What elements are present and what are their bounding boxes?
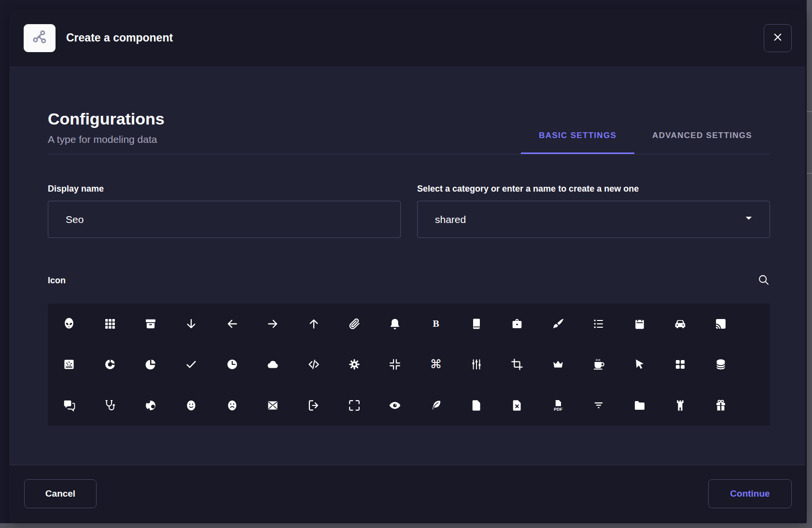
dashboard-icon[interactable] bbox=[660, 344, 700, 385]
close-icon bbox=[771, 31, 784, 45]
icon-search-button[interactable] bbox=[757, 274, 770, 287]
expand-icon[interactable] bbox=[334, 385, 375, 426]
apps-icon[interactable] bbox=[89, 304, 130, 344]
folder-icon[interactable] bbox=[619, 385, 659, 426]
bold-icon[interactable]: B bbox=[416, 304, 456, 344]
category-selected-value: shared bbox=[435, 214, 466, 225]
section-title: Configurations bbox=[48, 109, 165, 129]
file-error-icon[interactable] bbox=[497, 385, 537, 426]
modal-title: Create a component bbox=[66, 31, 173, 44]
cast-icon[interactable] bbox=[700, 304, 741, 344]
page-scrollbar-divider bbox=[807, 111, 812, 112]
chart-pie-icon[interactable] bbox=[130, 344, 171, 385]
icon-picker-head: Icon bbox=[48, 274, 770, 287]
display-name-input[interactable] bbox=[48, 201, 401, 238]
file-pdf-icon[interactable]: PDF bbox=[538, 385, 578, 426]
svg-text:B: B bbox=[433, 319, 439, 329]
section-head: Configurations A type for modeling data … bbox=[48, 109, 770, 154]
component-icon bbox=[30, 28, 49, 49]
settings-tabs: BASIC SETTINGS ADVANCED SETTINGS bbox=[521, 131, 770, 154]
tab-advanced-settings[interactable]: ADVANCED SETTINGS bbox=[634, 131, 770, 154]
cup-icon[interactable] bbox=[578, 344, 619, 385]
emotion-happy-icon[interactable] bbox=[171, 385, 211, 426]
modal-footer: Cancel Continue bbox=[9, 465, 805, 522]
bell-icon[interactable] bbox=[375, 304, 415, 344]
check-icon[interactable] bbox=[171, 344, 211, 385]
brush-icon[interactable] bbox=[538, 304, 578, 344]
chart-circle-icon[interactable] bbox=[89, 344, 130, 385]
envelop-icon[interactable] bbox=[252, 385, 293, 426]
command-icon[interactable]: ⌘ bbox=[416, 344, 456, 385]
briefcase-icon[interactable] bbox=[497, 304, 537, 344]
icon-section-label: Icon bbox=[48, 276, 66, 286]
svg-text:⌘: ⌘ bbox=[430, 358, 442, 371]
database-icon[interactable] bbox=[700, 344, 741, 385]
arrow-right-icon[interactable] bbox=[252, 304, 293, 344]
page-scrollbar-divider bbox=[807, 173, 812, 174]
code-icon[interactable] bbox=[293, 344, 334, 385]
calendar-icon[interactable] bbox=[619, 304, 659, 344]
clock-icon[interactable] bbox=[212, 344, 252, 385]
modal-header: Create a component bbox=[9, 9, 805, 67]
crop-icon[interactable] bbox=[497, 344, 537, 385]
continue-button[interactable]: Continue bbox=[708, 479, 792, 508]
arrow-up-icon[interactable] bbox=[293, 304, 334, 344]
crown-icon[interactable] bbox=[538, 344, 578, 385]
gift-icon[interactable] bbox=[700, 385, 741, 426]
cancel-button[interactable]: Cancel bbox=[24, 479, 97, 508]
book-icon[interactable] bbox=[456, 304, 497, 344]
page: { "modal": { "title": "Create a componen… bbox=[0, 0, 812, 528]
search-icon bbox=[757, 273, 770, 288]
feather-icon[interactable] bbox=[416, 385, 456, 426]
category-select[interactable]: shared bbox=[417, 201, 770, 238]
modal-body: Configurations A type for modeling data … bbox=[9, 67, 805, 465]
svg-text:PDF: PDF bbox=[554, 406, 562, 411]
arrow-down-icon[interactable] bbox=[171, 304, 211, 344]
file-icon[interactable] bbox=[456, 385, 497, 426]
cursor-icon[interactable] bbox=[619, 344, 659, 385]
category-label: Select a category or enter a name to cre… bbox=[417, 183, 770, 194]
chart-bubble-icon[interactable] bbox=[49, 344, 89, 385]
tab-basic-settings[interactable]: BASIC SETTINGS bbox=[521, 131, 634, 154]
section-titles: Configurations A type for modeling data bbox=[48, 109, 165, 154]
create-component-modal: Create a component Configurations A type… bbox=[9, 9, 805, 522]
sliders-icon[interactable] bbox=[456, 344, 497, 385]
caret-down-icon bbox=[742, 212, 755, 227]
cog-icon[interactable] bbox=[334, 344, 375, 385]
component-icon-box bbox=[24, 24, 56, 52]
eye-icon[interactable] bbox=[375, 385, 415, 426]
doctor-icon[interactable] bbox=[89, 385, 130, 426]
section-subtitle: A type for modeling data bbox=[48, 133, 165, 146]
arrow-left-icon[interactable] bbox=[212, 304, 252, 344]
collapse-icon[interactable] bbox=[375, 344, 415, 385]
icon-grid: B⌘PDF bbox=[48, 304, 770, 426]
form-row: Display name Select a category or enter … bbox=[48, 183, 770, 238]
earth-icon[interactable] bbox=[130, 385, 171, 426]
bullet-list-icon[interactable] bbox=[578, 304, 619, 344]
cloud-icon[interactable] bbox=[252, 344, 293, 385]
alien-icon[interactable] bbox=[49, 304, 89, 344]
attachment-icon[interactable] bbox=[334, 304, 375, 344]
car-icon[interactable] bbox=[660, 304, 700, 344]
archive-icon[interactable] bbox=[130, 304, 171, 344]
display-name-label: Display name bbox=[48, 183, 401, 194]
close-button[interactable] bbox=[764, 24, 792, 52]
gate-icon[interactable] bbox=[660, 385, 700, 426]
emotion-unhappy-icon[interactable] bbox=[212, 385, 252, 426]
discuss-icon[interactable] bbox=[49, 385, 89, 426]
exit-icon[interactable] bbox=[293, 385, 334, 426]
display-name-field: Display name bbox=[48, 183, 401, 238]
category-field: Select a category or enter a name to cre… bbox=[417, 183, 770, 238]
filter-icon[interactable] bbox=[578, 385, 619, 426]
